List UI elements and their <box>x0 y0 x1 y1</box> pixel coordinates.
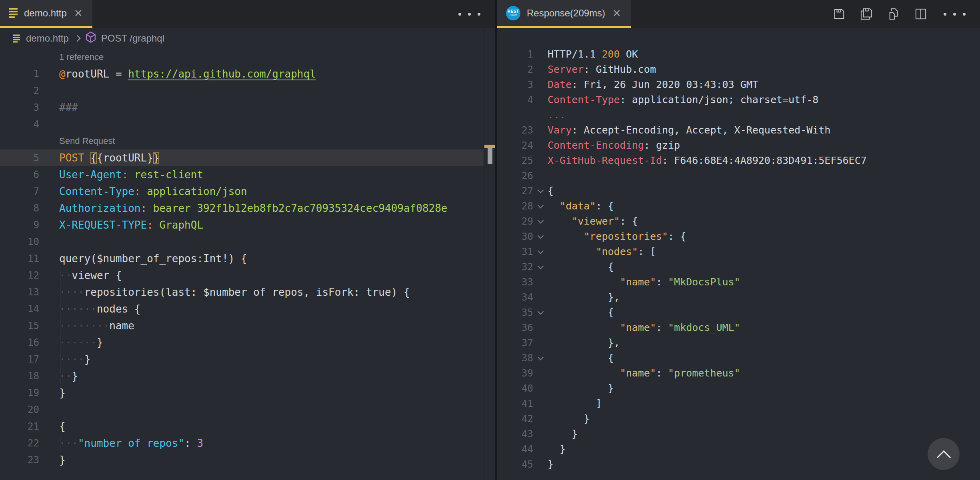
request-editor[interactable]: 1 reference1@rootURL = https://api.githu… <box>0 49 484 468</box>
code-line[interactable]: 42 } <box>497 411 980 426</box>
response-editor[interactable]: 1HTTP/1.1 200 OK2Server: GitHub.com3Date… <box>497 28 980 472</box>
code-line[interactable]: 12··viewer { <box>0 267 484 284</box>
code-line[interactable]: 1HTTP/1.1 200 OK <box>497 47 980 62</box>
code-line[interactable]: 5POST {{rootURL}} <box>0 149 484 166</box>
line-content[interactable]: ···"number_of_repos": 3 <box>59 435 203 452</box>
line-content[interactable]: } <box>548 457 554 472</box>
line-content[interactable]: ] <box>548 396 602 411</box>
line-content[interactable]: { <box>548 259 614 275</box>
codelens-row[interactable]: Send Request <box>0 133 484 149</box>
code-line[interactable]: 44 } <box>497 442 980 457</box>
line-content[interactable]: ··} <box>59 368 78 384</box>
code-line[interactable]: 19} <box>0 384 484 401</box>
scrollbar-thumb[interactable] <box>488 148 492 164</box>
line-content[interactable]: query($number_of_repos:Int!) { <box>59 250 247 267</box>
line-content[interactable]: "name": "prometheus" <box>548 366 740 381</box>
line-content[interactable]: User-Agent: rest-client <box>59 166 203 183</box>
copy-response-icon[interactable] <box>887 7 900 21</box>
breadcrumb-file[interactable]: demo.http <box>26 33 69 44</box>
line-content[interactable]: "name": "MkDocsPlus" <box>548 275 740 290</box>
fold-chevron-icon[interactable] <box>533 351 548 366</box>
code-line[interactable]: 40 } <box>497 381 980 396</box>
line-content[interactable]: Content-Type: application/json; charset=… <box>548 92 818 108</box>
code-line[interactable]: 20 <box>0 401 484 418</box>
line-content[interactable]: Content-Encoding: gzip <box>548 138 680 153</box>
line-content[interactable]: "name": "mkdocs_UML" <box>548 320 740 335</box>
line-content[interactable]: }, <box>548 290 620 305</box>
code-line[interactable]: 22···"number_of_repos": 3 <box>0 435 484 452</box>
line-content[interactable]: Vary: Accept-Encoding, Accept, X-Request… <box>548 123 830 138</box>
fold-chevron-icon[interactable] <box>533 244 548 259</box>
code-line[interactable]: 24Content-Encoding: gzip <box>497 138 980 153</box>
code-line[interactable]: 7Content-Type: application/json <box>0 183 484 200</box>
fold-chevron-icon[interactable] <box>533 183 548 199</box>
codelens-label[interactable]: Send Request <box>59 133 115 149</box>
line-content[interactable]: "data": { <box>548 199 614 214</box>
line-content[interactable]: { <box>548 351 614 366</box>
code-line[interactable]: 30 "repositories": { <box>497 229 980 244</box>
line-content[interactable]: HTTP/1.1 200 OK <box>548 47 638 62</box>
code-line[interactable]: 4Content-Type: application/json; charset… <box>497 92 980 108</box>
line-content[interactable]: ······nodes { <box>59 301 141 317</box>
code-line[interactable]: 36 "name": "mkdocs_UML" <box>497 320 980 335</box>
code-line[interactable]: 38 { <box>497 351 980 366</box>
breadcrumb-symbol[interactable]: POST /graphql <box>101 33 164 44</box>
more-actions-icon[interactable] <box>941 10 968 18</box>
line-content[interactable]: { <box>548 183 554 199</box>
code-line[interactable]: ... <box>497 108 980 123</box>
code-line[interactable]: 25X-GitHub-Request-Id: F646:68E4:4A8920:… <box>497 153 980 168</box>
code-line[interactable]: 13····repositories(last: $number_of_repo… <box>0 284 484 301</box>
scroll-to-top-button[interactable] <box>928 438 960 470</box>
line-content[interactable]: ····} <box>59 351 90 368</box>
more-actions-icon[interactable] <box>456 10 483 18</box>
code-line[interactable]: 34 }, <box>497 290 980 305</box>
line-content[interactable]: } <box>548 411 590 426</box>
fold-chevron-icon[interactable] <box>533 305 548 320</box>
line-content[interactable]: } <box>548 442 566 457</box>
line-content[interactable]: "nodes": [ <box>548 244 656 259</box>
code-line[interactable]: 4 <box>0 116 484 133</box>
line-content[interactable]: Server: GitHub.com <box>548 62 656 77</box>
code-line[interactable]: 3Date: Fri, 26 Jun 2020 03:43:03 GMT <box>497 77 980 92</box>
code-line[interactable]: 28 "data": { <box>497 199 980 214</box>
code-line[interactable]: 37 }, <box>497 335 980 351</box>
line-content[interactable]: ········name <box>59 317 134 334</box>
fold-chevron-icon[interactable] <box>533 229 548 244</box>
line-content[interactable]: Date: Fri, 26 Jun 2020 03:43:03 GMT <box>548 77 758 92</box>
code-line[interactable]: 26 <box>497 168 980 183</box>
code-line[interactable]: 39 "name": "prometheus" <box>497 366 980 381</box>
line-content[interactable]: X-REQUEST-TYPE: GraphQL <box>59 217 203 233</box>
code-line[interactable]: 6User-Agent: rest-client <box>0 166 484 183</box>
code-line[interactable]: 21{ <box>0 418 484 435</box>
code-line[interactable]: 10 <box>0 233 484 250</box>
code-line[interactable]: 17····} <box>0 351 484 368</box>
code-line[interactable]: 23} <box>0 452 484 468</box>
code-line[interactable]: 11query($number_of_repos:Int!) { <box>0 250 484 267</box>
code-line[interactable]: 23Vary: Accept-Encoding, Accept, X-Reque… <box>497 123 980 138</box>
line-content[interactable]: ····repositories(last: $number_of_repos,… <box>59 284 410 301</box>
code-line[interactable]: 2Server: GitHub.com <box>497 62 980 77</box>
split-editor-icon[interactable] <box>914 7 928 21</box>
code-line[interactable]: 41 ] <box>497 396 980 411</box>
code-line[interactable]: 32 { <box>497 259 980 275</box>
code-line[interactable]: 2 <box>0 82 484 99</box>
fold-chevron-icon[interactable] <box>533 214 548 229</box>
line-content[interactable]: } <box>59 452 66 468</box>
line-content[interactable]: }, <box>548 335 620 351</box>
line-content[interactable]: "repositories": { <box>548 229 686 244</box>
code-line[interactable]: 9X-REQUEST-TYPE: GraphQL <box>0 217 484 233</box>
line-content[interactable]: ······} <box>59 334 103 351</box>
line-content[interactable]: ### <box>59 99 78 116</box>
code-line[interactable]: 14······nodes { <box>0 301 484 317</box>
tab-response[interactable]: RESTClient Response(209ms) ✕ <box>497 0 631 28</box>
code-line[interactable]: 35 { <box>497 305 980 320</box>
line-content[interactable]: { <box>59 418 66 435</box>
code-line[interactable]: 16······} <box>0 334 484 351</box>
fold-chevron-icon[interactable] <box>533 259 548 275</box>
code-line[interactable]: 43 } <box>497 426 980 442</box>
close-icon[interactable]: ✕ <box>612 8 621 18</box>
code-line[interactable]: 33 "name": "MkDocsPlus" <box>497 275 980 290</box>
save-response-icon[interactable] <box>832 7 846 21</box>
codelens-label[interactable]: 1 reference <box>59 49 104 66</box>
code-line[interactable]: 18··} <box>0 368 484 384</box>
